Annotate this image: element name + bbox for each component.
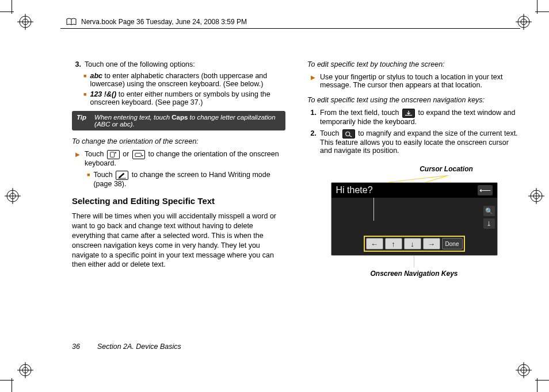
registration-mark-icon <box>528 188 544 204</box>
sample-text: Hi thete? <box>336 185 373 195</box>
nav-up-icon: ↑ <box>385 238 402 249</box>
figure: Cursor Location Hi thete? ⟵ 🔍 ⤓ ← ↑ ↓ → … <box>307 165 521 278</box>
orientation-instruction: Touch or to change the orientation of th… <box>85 150 285 167</box>
touch-instruction: Use your fingertip or stylus to touch a … <box>320 73 521 89</box>
nav-down-icon: ↓ <box>404 238 421 249</box>
bullet-icon: ■ <box>83 90 86 106</box>
triangle-bullet-icon: ▶ <box>311 73 315 89</box>
bullet-icon: ■ <box>83 72 86 88</box>
step-text: Touch one of the following options: <box>85 60 195 68</box>
registration-mark-icon <box>516 14 532 30</box>
tip-label: Tip <box>77 114 86 128</box>
step-number: 1. <box>307 109 317 126</box>
onscreen-nav-keys: ← ↑ ↓ → Done <box>364 236 465 252</box>
rotate-up-icon <box>107 150 120 159</box>
step-text: Touch to magnify and expand the size of … <box>320 129 521 155</box>
page-header: Nerva.book Page 36 Tuesday, June 24, 200… <box>66 18 247 26</box>
book-icon <box>66 18 77 26</box>
expand-down-icon <box>402 109 415 118</box>
registration-mark-icon <box>516 362 532 378</box>
svg-line-30 <box>349 136 352 137</box>
step-text: From the text field, touch to expand the… <box>320 109 521 126</box>
right-column: To edit specific text by touching the sc… <box>307 60 521 278</box>
page-number: 36 <box>72 343 80 351</box>
nav-left-icon: ← <box>366 238 383 249</box>
backspace-icon: ⟵ <box>478 185 493 195</box>
body-paragraph: There will be times when you will accide… <box>72 212 285 270</box>
rotate-side-icon <box>132 150 145 159</box>
nav-keys-label: Onscreen Navigation Keys <box>307 270 521 278</box>
subheading-orientation: To change the orientation of the screen: <box>72 137 285 145</box>
bullet-icon: ■ <box>87 171 90 188</box>
device-screenshot: Hi thete? ⟵ 🔍 ⤓ ← ↑ ↓ → Done <box>331 182 498 256</box>
subheading-edit-touch: To edit specific text by touching the sc… <box>307 60 521 68</box>
pen-icon <box>116 171 128 180</box>
magnify-button-icon: 🔍 <box>483 206 495 216</box>
cursor-location-label: Cursor Location <box>340 165 549 173</box>
heading-selecting-editing: Selecting and Editing Specific Text <box>72 196 285 206</box>
step-number: 2. <box>307 129 317 155</box>
sub-item: abc to enter alphabetic characters (both… <box>90 72 285 88</box>
tip-box: Tip When entering text, touch Caps to ch… <box>72 111 285 130</box>
magnify-icon <box>342 129 355 139</box>
triangle-bullet-icon: ▶ <box>75 150 80 167</box>
page-footer: 36 Section 2A. Device Basics <box>72 343 181 351</box>
handwriting-instruction: Touch to change the screen to Hand Writi… <box>93 171 285 188</box>
collapse-button-icon: ⤓ <box>483 218 495 229</box>
tip-text: When entering text, touch Caps to change… <box>94 114 281 128</box>
registration-mark-icon <box>5 188 21 204</box>
registration-mark-icon <box>17 14 33 30</box>
page-header-text: Nerva.book Page 36 Tuesday, June 24, 200… <box>81 18 247 26</box>
step-number: 3. <box>72 60 81 68</box>
left-column: 3. Touch one of the following options: ■… <box>72 60 285 278</box>
subheading-edit-nav: To edit specific text using the onscreen… <box>307 96 521 104</box>
sub-item: 123 !&() to enter either numbers or symb… <box>90 90 285 106</box>
done-button: Done <box>442 238 463 249</box>
nav-right-icon: → <box>423 238 440 249</box>
registration-mark-icon <box>17 362 33 378</box>
svg-rect-25 <box>110 152 115 157</box>
svg-point-29 <box>346 132 350 136</box>
svg-rect-26 <box>135 153 142 156</box>
section-label: Section 2A. Device Basics <box>97 343 181 351</box>
